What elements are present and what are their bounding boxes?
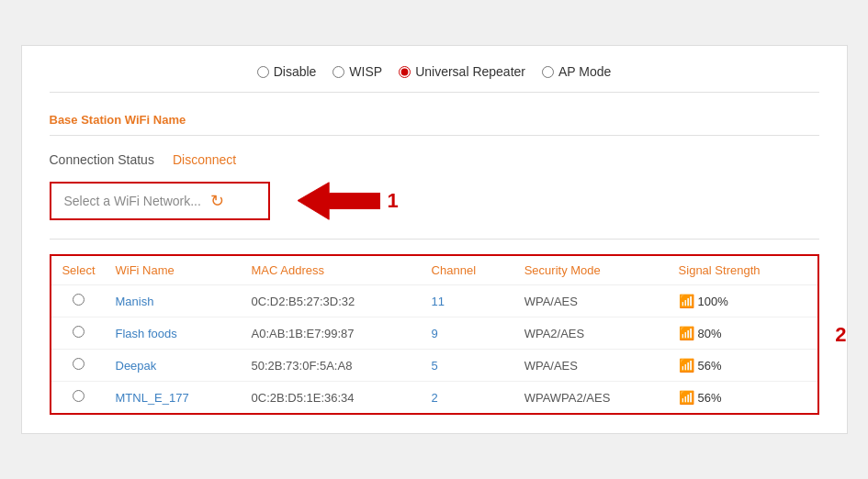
wifi-signal-icon: 📶	[679, 358, 694, 373]
wifi-table: Select WiFi Name MAC Address Channel Sec…	[51, 256, 817, 413]
channel-cell: 11	[423, 285, 515, 317]
select-wifi-placeholder: Select a WiFi Network...	[64, 194, 201, 208]
mode-wisp[interactable]: WISP	[333, 64, 382, 79]
col-wifi-name: WiFi Name	[107, 256, 242, 285]
radio-disable[interactable]	[257, 66, 269, 78]
mac-cell: 50:2B:73:0F:5A:A8	[242, 350, 423, 382]
mode-universal-repeater-label: Universal Repeater	[415, 64, 525, 79]
select-radio-0[interactable]	[73, 294, 85, 306]
table-row: Manish0C:D2:B5:27:3D:3211WPA/AES📶 100%	[51, 285, 817, 317]
wifi-name-cell: Deepak	[107, 350, 242, 382]
main-container: Disable WISP Universal Repeater AP Mode …	[21, 45, 848, 434]
wifi-signal-icon: 📶	[679, 390, 694, 405]
select-wifi-dropdown[interactable]: Select a WiFi Network... ↻	[50, 182, 270, 220]
connection-section: Connection Status Disconnect	[50, 145, 819, 178]
row-select-cell	[51, 317, 107, 350]
disconnect-button[interactable]: Disconnect	[173, 152, 236, 167]
signal-value: 📶 56%	[679, 390, 722, 405]
security-cell: WPA2/AES	[515, 317, 670, 350]
mode-disable-label: Disable	[274, 64, 317, 79]
table-container: Select WiFi Name MAC Address Channel Sec…	[50, 254, 819, 415]
mode-ap-label: AP Mode	[558, 64, 611, 79]
channel-cell: 2	[423, 382, 515, 414]
table-row: Deepak50:2B:73:0F:5A:A85WPA/AES📶 56%	[51, 350, 817, 382]
security-cell: WPA/AES	[515, 285, 670, 317]
radio-ap[interactable]	[542, 66, 554, 78]
wifi-name-cell: Manish	[107, 285, 242, 317]
signal-value: 📶 56%	[679, 358, 722, 373]
mode-selector: Disable WISP Universal Repeater AP Mode	[50, 64, 819, 93]
arrow-icon	[298, 178, 380, 224]
signal-cell: 📶 56%	[670, 382, 817, 414]
channel-cell: 9	[423, 317, 515, 350]
table-row: Flash foodsA0:AB:1B:E7:99:879WPA2/AES📶 8…	[51, 317, 817, 350]
annotation-2: 2	[835, 323, 846, 347]
signal-cell: 📶 100%	[670, 285, 817, 317]
wifi-name-cell: MTNL_E_177	[107, 382, 242, 414]
wifi-signal-icon: 📶	[679, 326, 694, 340]
mode-ap[interactable]: AP Mode	[542, 64, 611, 79]
arrow-annotation: 1	[298, 178, 399, 224]
wifi-table-section: Select WiFi Name MAC Address Channel Sec…	[50, 254, 819, 415]
col-signal: Signal Strength	[670, 256, 817, 285]
row-select-cell	[51, 350, 107, 382]
signal-value: 📶 100%	[679, 294, 728, 308]
select-radio-2[interactable]	[73, 358, 85, 370]
security-cell: WPAWPA2/AES	[515, 382, 670, 414]
col-security: Security Mode	[515, 256, 670, 285]
mac-cell: 0C:D2:B5:27:3D:32	[242, 285, 423, 317]
wifi-name-cell: Flash foods	[107, 317, 242, 350]
svg-marker-0	[298, 183, 380, 220]
col-channel: Channel	[423, 256, 515, 285]
table-header-row: Select WiFi Name MAC Address Channel Sec…	[51, 256, 817, 285]
row-select-cell	[51, 285, 107, 317]
radio-wisp[interactable]	[333, 66, 344, 78]
col-select: Select	[51, 256, 107, 285]
base-station-label: Base Station WiFi Name	[50, 113, 186, 127]
table-row: MTNL_E_1770C:2B:D5:1E:36:342WPAWPA2/AES📶…	[51, 382, 817, 414]
select-radio-3[interactable]	[73, 390, 85, 402]
col-mac: MAC Address	[242, 256, 423, 285]
signal-cell: 📶 56%	[670, 350, 817, 382]
signal-cell: 📶 80%	[670, 317, 817, 350]
select-wifi-area: Select a WiFi Network... ↻ 1	[50, 178, 819, 240]
channel-cell: 5	[423, 350, 515, 382]
select-radio-1[interactable]	[73, 326, 85, 338]
mac-cell: A0:AB:1B:E7:99:87	[242, 317, 423, 350]
signal-value: 📶 80%	[679, 326, 722, 340]
row-select-cell	[51, 382, 107, 414]
mode-wisp-label: WISP	[349, 64, 382, 79]
security-cell: WPA/AES	[515, 350, 670, 382]
mode-universal-repeater[interactable]: Universal Repeater	[399, 64, 525, 79]
refresh-icon[interactable]: ↻	[210, 191, 224, 211]
base-station-section: Base Station WiFi Name	[50, 104, 819, 136]
mac-cell: 0C:2B:D5:1E:36:34	[242, 382, 423, 414]
connection-status-label: Connection Status	[50, 152, 154, 167]
annotation-1: 1	[388, 189, 399, 213]
wifi-signal-icon: 📶	[679, 294, 694, 308]
radio-universal-repeater[interactable]	[399, 66, 411, 78]
mode-disable[interactable]: Disable	[257, 64, 317, 79]
